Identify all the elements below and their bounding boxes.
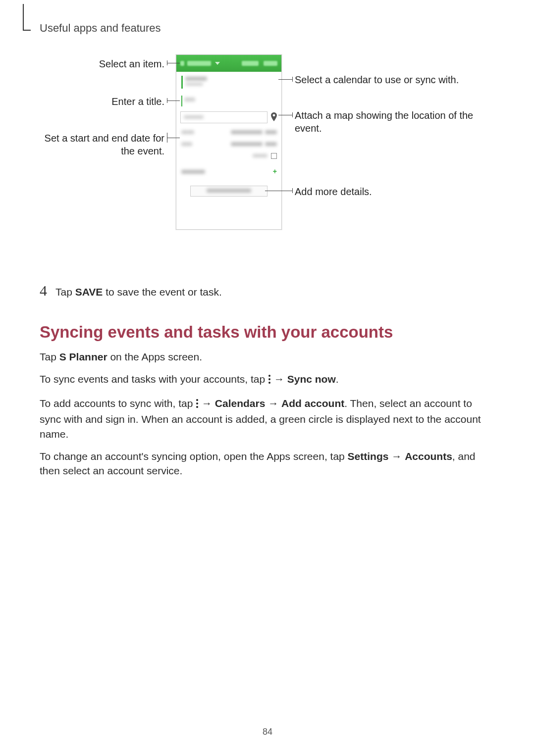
heading-syncing: Syncing events and tasks with your accou… <box>40 323 495 342</box>
figure-event-editor: + Select an item. Enter a title. Set a s… <box>40 54 495 262</box>
svg-point-4 <box>196 403 198 404</box>
paragraph-1: Tap S Planner on the Apps screen. <box>40 350 495 364</box>
p3-b1: Calendars <box>215 398 266 409</box>
p1-bold: S Planner <box>59 351 107 362</box>
step4-bold: SAVE <box>75 286 103 298</box>
p3-arrow1: → <box>199 398 215 409</box>
p2-pre: To sync events and tasks with your accou… <box>40 373 268 385</box>
section-header: Useful apps and features <box>40 22 495 35</box>
callout-select-calendar: Select a calendar to use or sync with. <box>295 73 493 86</box>
svg-point-5 <box>196 406 198 408</box>
p3-b2: Add account <box>281 398 344 409</box>
callout-enter-title: Enter a title. <box>40 95 164 108</box>
svg-point-1 <box>268 378 270 380</box>
paragraph-2: To sync events and tasks with your accou… <box>40 372 495 388</box>
header-tab-marker <box>23 4 31 31</box>
p1-pre: Tap <box>40 351 59 362</box>
step4-pre: Tap <box>55 286 75 298</box>
paragraph-3: To add accounts to sync with, tap → Cale… <box>40 396 495 441</box>
step-text: Tap SAVE to save the event or task. <box>55 286 495 298</box>
svg-point-2 <box>268 382 270 384</box>
svg-point-3 <box>196 399 198 401</box>
p2-post: . <box>336 373 339 385</box>
add-reminder-plus-icon: + <box>273 167 277 175</box>
phone-screenshot: + <box>176 54 282 230</box>
callout-set-dates: Set a start and end date for the event. <box>40 132 164 157</box>
callout-add-more: Add more details. <box>295 185 493 198</box>
p2-arrow: → <box>271 373 287 385</box>
svg-point-0 <box>268 375 270 377</box>
phone-app-bar <box>176 55 281 72</box>
callout-select-item: Select an item. <box>40 57 164 70</box>
page-number: 84 <box>0 727 535 737</box>
p4-b1: Settings <box>348 451 389 462</box>
dropdown-caret-icon <box>215 62 220 65</box>
paragraph-4: To change an account's syncing option, o… <box>40 449 495 478</box>
p4-arrow: → <box>388 451 405 462</box>
location-field <box>180 111 268 123</box>
view-more-options-button <box>190 186 268 197</box>
phone-body: + <box>176 72 281 229</box>
step4-post: to save the event or task. <box>103 286 221 298</box>
p3-arrow2: → <box>265 398 281 409</box>
step-4: 4 Tap SAVE to save the event or task. <box>40 282 495 299</box>
p4-pre: To change an account's syncing option, o… <box>40 451 348 462</box>
step-number: 4 <box>40 282 55 299</box>
map-pin-icon <box>270 112 277 121</box>
p4-b2: Accounts <box>405 451 452 462</box>
p1-post: on the Apps screen. <box>107 351 202 362</box>
callout-attach-map: Attach a map showing the location of the… <box>295 109 493 135</box>
allday-checkbox-icon <box>271 153 277 159</box>
p3-pre: To add accounts to sync with, tap <box>40 398 196 409</box>
p2-bold: Sync now <box>287 373 336 385</box>
